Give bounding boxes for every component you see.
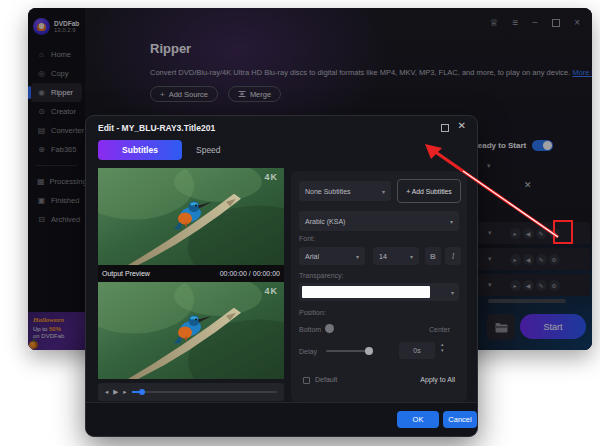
- output-preview: 4K: [98, 282, 284, 379]
- position-label: Position:: [299, 309, 326, 316]
- subtitle-select-value: None Subtitles: [305, 188, 351, 195]
- dialog-title: Edit - MY_BLU-RAY3.Title201: [98, 123, 215, 133]
- add-subtitles-button[interactable]: + Add Subtitles: [397, 179, 461, 203]
- dialog-close-icon[interactable]: ✕: [458, 120, 466, 131]
- italic-button[interactable]: I: [445, 247, 461, 265]
- kingfisher-preview-image: [98, 168, 284, 265]
- font-family-value: Arial: [305, 253, 319, 260]
- dialog-footer: OK Cancel: [86, 402, 477, 436]
- transparency-swatch: [302, 286, 430, 298]
- subtitle-settings-panel: None Subtitles ▾ + Add Subtitles Arabic …: [291, 171, 467, 402]
- next-frame-icon[interactable]: ▸: [123, 388, 126, 396]
- dialog-maximize-icon[interactable]: [441, 124, 449, 132]
- delay-label: Delay: [299, 348, 317, 355]
- badge-4k: 4K: [264, 286, 278, 296]
- transparency-label: Transparency:: [299, 272, 343, 279]
- language-dropdown[interactable]: Arabic (KSA) ▾: [299, 211, 459, 231]
- default-label: Default: [315, 376, 337, 383]
- add-subtitles-label: + Add Subtitles: [406, 188, 452, 195]
- play-icon[interactable]: ▶: [113, 388, 118, 396]
- position-bottom-label: Bottom: [299, 326, 321, 333]
- delay-input[interactable]: 0s: [399, 342, 435, 359]
- apply-to-all-button[interactable]: Apply to All: [420, 376, 455, 383]
- font-family-dropdown[interactable]: Arial ▾: [299, 247, 365, 265]
- chevron-down-icon: ▾: [382, 188, 385, 195]
- preview-timestamp: 00:00:00 / 00:00:00: [220, 270, 280, 277]
- delay-slider-knob[interactable]: [365, 347, 373, 355]
- font-size-value: 14: [379, 253, 387, 260]
- output-preview-label: Output Preview: [102, 270, 150, 277]
- transparency-dropdown[interactable]: ▾: [299, 283, 459, 301]
- bold-button[interactable]: B: [425, 247, 441, 265]
- spinner-down-icon[interactable]: ▾: [441, 348, 444, 353]
- preview-info-bar: Output Preview 00:00:00 / 00:00:00: [98, 265, 284, 282]
- annotation-highlight-box: [553, 220, 573, 244]
- position-center-label: Center: [429, 326, 450, 333]
- player-controls: ◂ ▶ ▸: [98, 383, 284, 401]
- screenshot-root: ♕ ≡ − × DVDFab 13.0.2.9 ⌂ Home ◎: [0, 0, 600, 446]
- font-size-dropdown[interactable]: 14 ▾: [373, 247, 419, 265]
- cancel-button[interactable]: Cancel: [443, 411, 477, 428]
- ok-button[interactable]: OK: [397, 411, 439, 428]
- previous-frame-icon[interactable]: ◂: [105, 388, 108, 396]
- subtitle-select-dropdown[interactable]: None Subtitles ▾: [299, 181, 391, 201]
- seek-knob[interactable]: [139, 389, 145, 395]
- chevron-down-icon: ▾: [450, 218, 453, 225]
- kingfisher-preview-image: [98, 282, 284, 379]
- edit-subtitles-dialog: Edit - MY_BLU-RAY3.Title201 ✕ Subtitles …: [85, 115, 478, 437]
- source-preview: 4K: [98, 168, 284, 265]
- font-label: Font:: [299, 235, 315, 242]
- tab-speed[interactable]: Speed: [196, 145, 221, 155]
- position-toggle[interactable]: [325, 324, 334, 333]
- language-value: Arabic (KSA): [305, 218, 345, 225]
- chevron-down-icon: ▾: [451, 289, 454, 296]
- default-checkbox[interactable]: [303, 377, 310, 384]
- chevron-down-icon: ▾: [410, 253, 413, 260]
- delay-spinner: ▴ ▾: [441, 342, 444, 353]
- seek-slider[interactable]: [132, 391, 277, 393]
- tab-subtitles[interactable]: Subtitles: [98, 140, 182, 160]
- badge-4k: 4K: [264, 172, 278, 182]
- chevron-down-icon: ▾: [356, 253, 359, 260]
- delay-slider[interactable]: [326, 350, 370, 352]
